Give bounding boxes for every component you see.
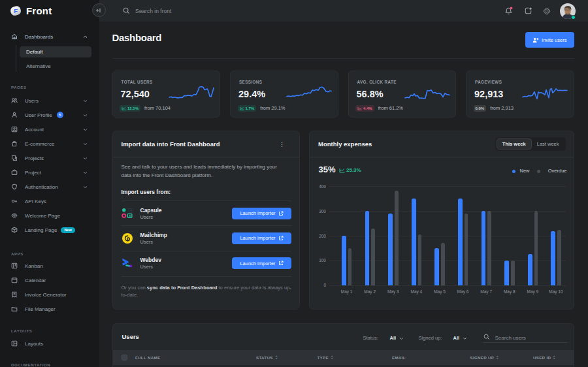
svg-text:F: F <box>14 7 18 14</box>
